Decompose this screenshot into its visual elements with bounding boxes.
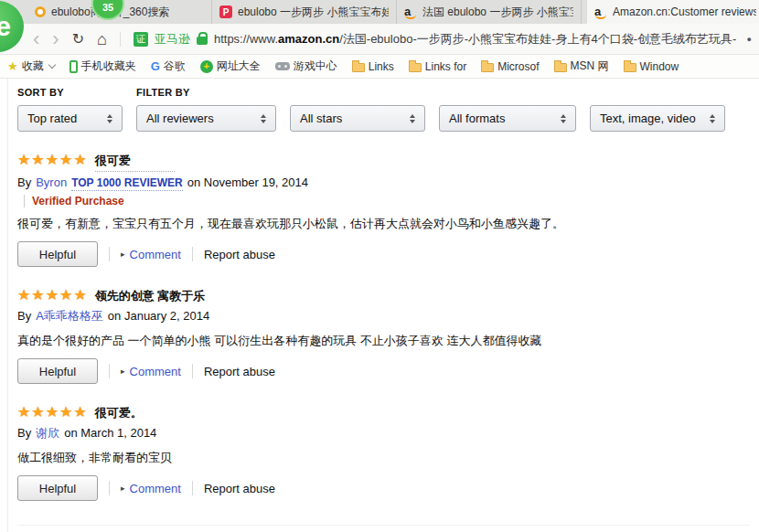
folder-icon (409, 63, 422, 72)
review-byline: By 谢欣 on March 1, 2014 (17, 425, 750, 442)
select-arrows-icon (710, 114, 715, 123)
bookmark-site-directory[interactable]: + 网址大全 (200, 59, 261, 74)
report-abuse-link[interactable]: Report abuse (204, 365, 275, 378)
review-item: ★★★★★ 领先的创意 寓教于乐 By A乖乖格格巫 on January 2,… (17, 287, 750, 384)
comment-link[interactable]: Comment (130, 248, 181, 261)
tab-title: ebulobo 一步两步 小熊宝宝布娃娃 (238, 5, 389, 20)
review-title: 很可爱 (95, 153, 175, 172)
bookmark-label: Links for (425, 60, 466, 73)
bookmark-label: Microsof (497, 60, 539, 73)
review-item: ★★★★★ 很可爱 By Byron TOP 1000 REVIEWER on … (17, 152, 750, 267)
gamepad-icon (275, 62, 290, 70)
chevron-down-icon (48, 61, 55, 69)
top-reviewer-badge[interactable]: TOP 1000 REVIEWER (71, 176, 183, 191)
bookmark-label: Links (369, 60, 394, 73)
address-bar[interactable]: 证 亚马逊 https://www.amazon.cn/法国-ebulobo-一… (134, 31, 759, 48)
divider (192, 364, 193, 378)
lock-icon (197, 37, 208, 45)
bookmark-favorites[interactable]: ★ 收藏 (7, 59, 55, 74)
tab-product-p[interactable]: P ebulobo 一步两步 小熊宝宝布娃娃 (212, 0, 397, 24)
bookmark-folder-microsoft[interactable]: Microsof (481, 60, 539, 73)
star-filter-value: All stars (300, 112, 342, 125)
bookmark-google[interactable]: G 谷歌 (151, 59, 186, 74)
select-arrows-icon (107, 114, 112, 123)
sort-select-value: Top rated (27, 112, 77, 125)
star-rating: ★★★★★ (17, 287, 88, 303)
tab-title: Amazon.cn:Customer reviews: (613, 5, 756, 18)
helpful-button[interactable]: Helpful (17, 241, 98, 267)
navigation-bar: ‹ › ↻ ⌂ 证 亚马逊 https://www.amazon.cn/法国-e… (0, 24, 759, 55)
bookmark-game-center[interactable]: 游戏中心 (275, 59, 337, 74)
comment-link[interactable]: Comment (130, 482, 181, 495)
helpful-button[interactable]: Helpful (17, 358, 98, 384)
reviewer-filter-select[interactable]: All reviewers (136, 105, 276, 132)
browser-window: ebulobo商品价_360搜索 P ebulobo 一步两步 小熊宝宝布娃娃 … (0, 0, 759, 532)
refresh-button[interactable]: ↻ (72, 32, 84, 47)
plus-circle-icon: + (200, 60, 213, 73)
back-button[interactable]: ‹ (33, 29, 39, 49)
amazon-icon: a (594, 5, 607, 19)
bookmark-folder-window[interactable]: Window (624, 60, 679, 73)
sort-by-label: SORT BY (17, 87, 123, 98)
search-icon (35, 6, 46, 17)
media-filter-select[interactable]: Text, image, video (590, 105, 725, 132)
format-filter-select[interactable]: All formats (439, 105, 576, 132)
verified-purchase-label: Verified Purchase (24, 195, 750, 207)
reviewer-link[interactable]: A乖乖格格巫 (36, 308, 103, 325)
tab-amazon-reviews-active[interactable]: a Amazon.cn:Customer reviews: (587, 0, 759, 24)
bookmark-folder-links-for[interactable]: Links for (409, 60, 466, 73)
star-rating: ★★★★★ (17, 404, 88, 420)
review-date: on January 2, 2014 (108, 309, 209, 323)
comment-link[interactable]: Comment (130, 365, 181, 378)
reviewer-filter-value: All reviewers (146, 112, 214, 125)
helpful-button[interactable]: Helpful (17, 475, 98, 501)
bookmark-label: 网址大全 (217, 59, 261, 74)
divider (192, 481, 193, 495)
forward-button[interactable]: › (52, 29, 59, 49)
review-byline: By Byron TOP 1000 REVIEWER on November 1… (17, 176, 750, 191)
by-label: By (17, 309, 31, 323)
bookmark-label: MSN 网 (571, 59, 609, 74)
amazon-icon: a (404, 5, 417, 19)
tab-amazon-product[interactable]: a 法国 ebulobo 一步两步 小熊宝宝 (397, 0, 582, 24)
bookmark-label: 手机收藏夹 (81, 59, 136, 74)
home-button[interactable]: ⌂ (97, 31, 107, 48)
tab-title: 法国 ebulobo 一步两步 小熊宝宝 (422, 5, 573, 20)
p-logo-icon: P (219, 5, 232, 18)
select-arrows-icon (410, 114, 415, 123)
phone-icon (69, 60, 78, 73)
folder-icon (481, 63, 494, 72)
review-body: 很可爱，有新意，宝宝只有五个月，现在最喜欢玩那只小松鼠，估计再大点就会对小鸟和小… (17, 216, 750, 231)
reviewer-link[interactable]: 谢欣 (36, 425, 59, 442)
footer: ‹ See all details for 法国 ebulobo 一步两步 小熊… (17, 525, 750, 532)
site-name-label[interactable]: 亚马逊 (155, 31, 190, 48)
sort-select[interactable]: Top rated (17, 105, 123, 132)
reviewer-link[interactable]: Byron (36, 176, 67, 189)
report-abuse-link[interactable]: Report abuse (204, 482, 275, 495)
bookmark-label: 收藏 (22, 59, 44, 74)
comment-expander-icon: ▸ (121, 250, 125, 259)
comment-expander-icon: ▸ (121, 484, 125, 493)
bookmarks-bar: ★ 收藏 手机收藏夹 G 谷歌 + 网址大全 游戏中心 Links Links … (0, 55, 759, 79)
select-arrows-icon (561, 114, 566, 123)
review-title: 很可爱。 (95, 405, 143, 421)
star-rating: ★★★★★ (17, 152, 88, 168)
bookmark-label: Window (640, 60, 679, 73)
bookmark-folder-links[interactable]: Links (352, 60, 394, 73)
url-text[interactable]: https://www.amazon.cn/法国-ebulobo-一步两步-小熊… (214, 31, 736, 48)
divider (192, 247, 193, 261)
star-filter-select[interactable]: All stars (290, 105, 425, 132)
divider (120, 32, 121, 47)
bookmark-label: 游戏中心 (294, 59, 337, 74)
divider (109, 247, 110, 261)
divider (109, 364, 110, 378)
folder-icon (624, 63, 636, 72)
site-verified-badge: 证 (134, 32, 148, 47)
comment-expander-icon: ▸ (121, 367, 125, 376)
tab-bar: ebulobo商品价_360搜索 P ebulobo 一步两步 小熊宝宝布娃娃 … (0, 0, 759, 24)
google-icon: G (151, 59, 160, 73)
report-abuse-link[interactable]: Report abuse (204, 248, 275, 261)
bookmark-folder-msn[interactable]: MSN 网 (554, 59, 609, 74)
bookmark-mobile-favorites[interactable]: 手机收藏夹 (69, 59, 136, 74)
review-body: 真的是个很好的产品 一个简单的小熊 可以衍生出各种有趣的玩具 不止小孩子喜欢 连… (17, 333, 750, 348)
